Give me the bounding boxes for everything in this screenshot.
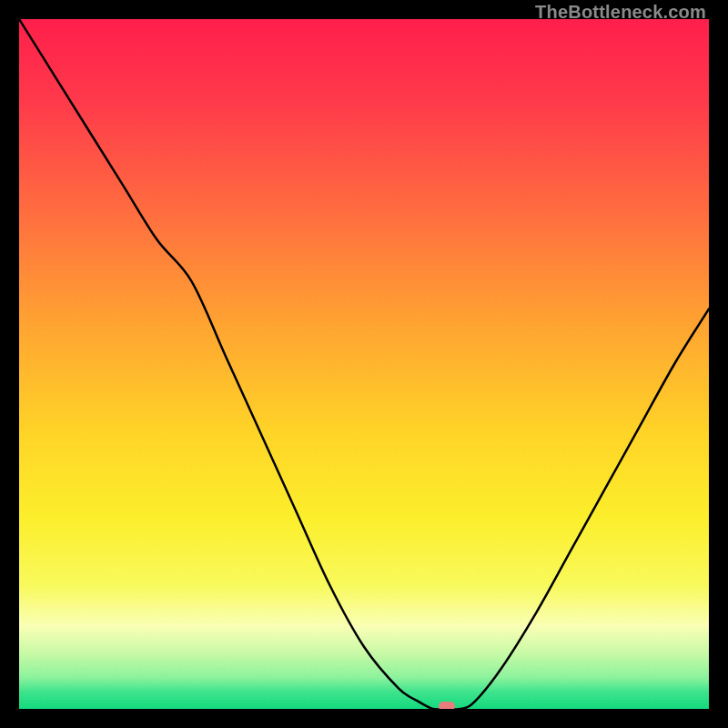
chart-container: TheBottleneck.com bbox=[0, 0, 728, 728]
optimal-marker bbox=[439, 702, 455, 709]
bottleneck-curve bbox=[19, 19, 709, 709]
attribution-text: TheBottleneck.com bbox=[535, 2, 706, 23]
plot-area bbox=[19, 19, 709, 709]
